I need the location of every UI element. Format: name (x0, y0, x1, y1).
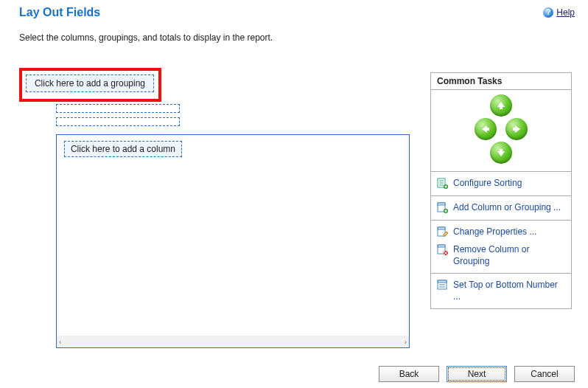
next-button[interactable]: Next (447, 366, 507, 382)
common-tasks-header: Common Tasks (431, 73, 571, 90)
task-label: Add Column or Grouping ... (453, 202, 565, 214)
arrow-pad (431, 90, 571, 172)
remove-column-icon (437, 244, 449, 256)
svg-rect-6 (438, 227, 445, 229)
svg-rect-11 (438, 280, 447, 283)
grouping-row-stub[interactable] (56, 104, 180, 113)
remove-column-grouping-link[interactable]: Remove Column or Grouping (431, 241, 571, 270)
add-column-placeholder[interactable]: Click here to add a column (64, 141, 182, 157)
horizontal-scrollbar[interactable]: ‹ › (57, 336, 409, 347)
topn-icon (437, 280, 449, 291)
change-properties-link[interactable]: Change Properties ... (431, 224, 571, 241)
sort-icon (437, 178, 449, 190)
task-label: Remove Column or Grouping (453, 244, 565, 267)
arrow-down-button[interactable] (490, 142, 512, 164)
configure-sorting-link[interactable]: Configure Sorting (431, 175, 571, 193)
layout-area: Click here to add a grouping Click here … (19, 68, 417, 348)
grouping-row-stub[interactable] (56, 117, 180, 126)
task-label: Set Top or Bottom Number ... (453, 280, 565, 302)
help-link[interactable]: Help (543, 7, 575, 18)
add-column-grouping-link[interactable]: Add Column or Grouping ... (431, 199, 571, 217)
arrow-left-button[interactable] (475, 118, 497, 140)
highlight-box (19, 68, 161, 102)
report-canvas: Click here to add a column ‹ › (56, 134, 410, 348)
arrow-up-button[interactable] (490, 94, 512, 117)
arrow-right-button[interactable] (505, 118, 528, 140)
properties-icon (437, 226, 449, 238)
common-tasks-panel: Common Tasks Configure Sorting (430, 72, 572, 309)
svg-rect-3 (438, 203, 445, 205)
button-bar: Back Next Cancel (379, 366, 575, 382)
svg-rect-8 (438, 245, 445, 247)
page-title: Lay Out Fields (19, 6, 100, 19)
instruction-text: Select the columns, groupings, and total… (0, 19, 588, 47)
scroll-right-icon[interactable]: › (405, 338, 407, 346)
add-column-icon (437, 202, 449, 214)
cancel-button[interactable]: Cancel (514, 366, 575, 382)
task-label: Change Properties ... (453, 226, 565, 238)
back-button[interactable]: Back (379, 366, 439, 382)
help-label: Help (556, 7, 575, 18)
task-label: Configure Sorting (453, 178, 565, 190)
help-icon (543, 7, 553, 18)
set-top-bottom-link[interactable]: Set Top or Bottom Number ... (431, 277, 571, 305)
scroll-left-icon[interactable]: ‹ (59, 338, 61, 346)
